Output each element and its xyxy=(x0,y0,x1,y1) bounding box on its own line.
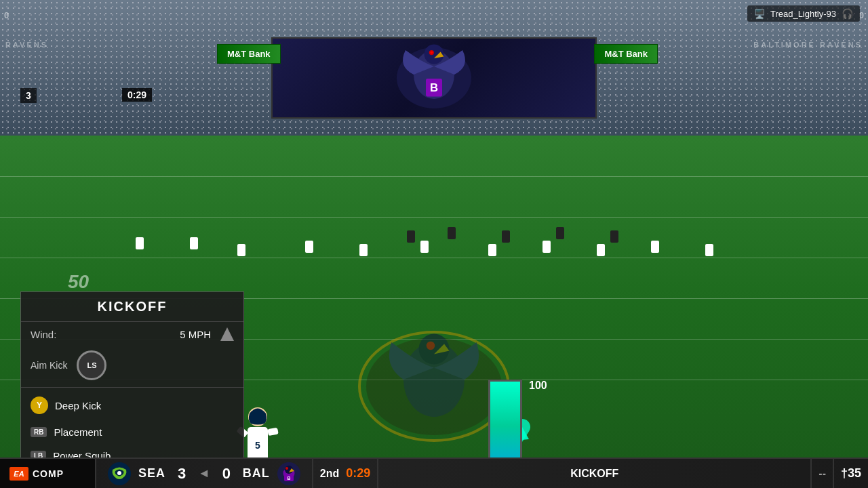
player-white-4 xyxy=(305,241,313,253)
field-line-1 xyxy=(0,176,868,177)
wind-arrow-icon xyxy=(220,327,234,341)
ls-button: LS xyxy=(77,350,106,380)
y-button: Y xyxy=(31,396,48,414)
ravens-side-text: RAVENS xyxy=(5,41,48,49)
controller-icon: 🖥️ xyxy=(754,9,765,19)
player-dark-5 xyxy=(610,230,618,243)
home-team-section: SEA 3 ◄ 0 BAL B xyxy=(96,459,312,488)
home-team-abbr: SEA xyxy=(138,466,165,481)
ravens-side-text-right: BALTIMORE RAVENS xyxy=(753,41,863,49)
field-line-2 xyxy=(0,217,868,218)
ravens-hud-logo: B xyxy=(277,462,301,486)
svg-point-4 xyxy=(431,52,433,54)
aim-kick-label: Aim Kick xyxy=(31,360,67,371)
yard-50: 50 xyxy=(68,271,89,293)
player-white-10 xyxy=(651,241,659,253)
username: Tread_Lightly-93 xyxy=(770,9,836,19)
bottom-hud: EA COMP SEA 3 ◄ 0 BAL xyxy=(0,458,868,488)
power-meter-label: 100 xyxy=(529,380,547,392)
aim-kick-row: Aim Kick LS xyxy=(21,346,243,387)
top-score-left: 0 xyxy=(4,10,9,20)
rb-button: RB xyxy=(31,427,47,437)
bank-sign-right: M&T Bank xyxy=(594,44,658,64)
timer-hud: 0:29 xyxy=(122,88,152,102)
wind-row: Wind: 5 MPH xyxy=(21,322,243,346)
scoreboard-banner: B xyxy=(271,37,597,119)
seahawks-hud-logo xyxy=(107,462,132,486)
player-white-5 xyxy=(359,244,368,256)
away-score: 0 xyxy=(217,465,236,483)
svg-point-11 xyxy=(427,342,435,350)
deep-kick-label: Deep Kick xyxy=(55,400,101,411)
hud-quarter: 2nd xyxy=(320,468,339,480)
player-white-2 xyxy=(190,237,198,249)
hud-clock: 0:29 xyxy=(346,466,370,481)
player-white-9 xyxy=(597,244,605,256)
wind-value: 5 MPH xyxy=(62,329,211,340)
comp-label: COMP xyxy=(33,468,64,479)
ea-comp-section: EA COMP xyxy=(0,459,95,488)
hud-yards: †35 xyxy=(834,466,868,481)
svg-point-26 xyxy=(117,471,121,475)
player-dark-1 xyxy=(407,230,415,243)
svg-text:B: B xyxy=(430,81,438,94)
player-white-7 xyxy=(488,244,496,256)
ea-logo: EA xyxy=(9,467,28,481)
power-meter xyxy=(488,380,522,461)
player-white-3 xyxy=(237,244,245,256)
player-white-11 xyxy=(705,244,713,256)
home-score: 3 xyxy=(172,465,191,483)
player-white-8 xyxy=(542,241,551,253)
player-white-1 xyxy=(136,237,144,249)
player-dark-2 xyxy=(448,227,456,239)
kickoff-title: KICKOFF xyxy=(21,292,243,322)
user-hud: 🖥️ Tread_Lightly-93 🎧 xyxy=(747,5,860,22)
score-arrow: ◄ xyxy=(198,466,210,481)
placement-option[interactable]: RB Placement xyxy=(21,420,243,444)
bank-sign-left: M&T Bank xyxy=(217,44,281,64)
deep-kick-option[interactable]: Y Deep Kick xyxy=(21,390,243,420)
hud-dashes: -- xyxy=(812,468,833,480)
player-dark-4 xyxy=(556,227,564,239)
player-dark-3 xyxy=(502,230,510,243)
headset-icon: 🎧 xyxy=(842,8,853,19)
svg-text:B: B xyxy=(287,476,290,481)
hud-game-type: KICKOFF xyxy=(378,468,810,480)
away-team-abbr: BAL xyxy=(243,466,270,481)
power-meter-fill xyxy=(490,382,520,461)
placement-label: Placement xyxy=(54,426,102,438)
field-line-3 xyxy=(0,258,868,258)
ravens-logo-center: B xyxy=(387,41,481,115)
hud-center: 2nd 0:29 xyxy=(313,466,377,481)
wind-label: Wind: xyxy=(31,329,56,340)
player-white-6 xyxy=(420,241,429,253)
svg-point-29 xyxy=(285,467,288,470)
score-hud-left: 3 xyxy=(20,88,37,103)
svg-text:5: 5 xyxy=(255,440,260,451)
svg-rect-16 xyxy=(267,428,279,436)
